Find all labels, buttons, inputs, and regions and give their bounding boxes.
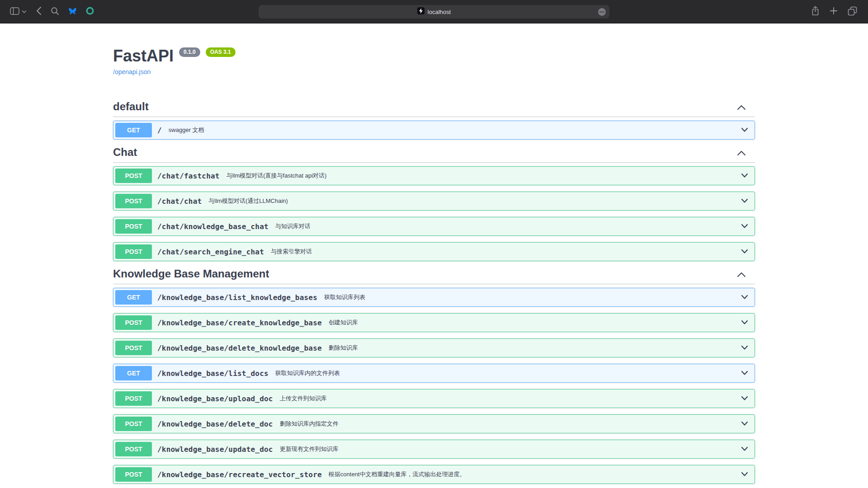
new-tab-button[interactable] — [830, 7, 838, 16]
operation-description: 创建知识库 — [329, 319, 358, 327]
method-badge: GET — [115, 123, 152, 137]
back-button[interactable] — [36, 6, 42, 17]
section-title: Knowledge Base Management — [113, 267, 269, 280]
operation-row[interactable]: POST /knowledge_base/upload_doc 上传文件到知识库 — [113, 389, 755, 408]
expand-operation-icon[interactable] — [741, 420, 748, 428]
operation-path: /knowledge_base/upload_doc — [157, 394, 273, 403]
operation-row[interactable]: GET / swagger 文档 — [113, 121, 755, 140]
section-header[interactable]: Chat — [113, 146, 755, 163]
operation-description: 删除知识库 — [329, 344, 358, 352]
method-badge: POST — [115, 315, 152, 330]
operation-row[interactable]: POST /knowledge_base/recreate_vector_sto… — [113, 465, 755, 484]
teal-ring-icon — [86, 7, 94, 16]
method-badge: POST — [115, 467, 152, 482]
operation-description: 更新现有文件到知识库 — [280, 445, 339, 453]
section-title: Chat — [113, 146, 137, 159]
method-badge: POST — [115, 442, 152, 456]
expand-operation-icon[interactable] — [741, 172, 748, 180]
operation-path: /knowledge_base/recreate_vector_store — [157, 470, 322, 479]
sidebar-menu-button[interactable] — [22, 8, 27, 15]
expand-operation-icon[interactable] — [741, 369, 748, 377]
sidebar-toggle-button[interactable] — [10, 7, 19, 16]
operation-description: swagger 文档 — [169, 126, 204, 134]
operation-description: 根据content中文档重建向量库，流式输出处理进度。 — [329, 470, 466, 479]
share-icon — [811, 6, 820, 17]
expand-operation-icon[interactable] — [741, 470, 748, 479]
operation-path: /chat/fastchat — [157, 172, 220, 180]
operation-row[interactable]: GET /knowledge_base/list_docs 获取知识库内的文件列… — [113, 364, 755, 383]
operation-path: /chat/chat — [157, 197, 202, 206]
back-arrow-icon — [36, 6, 42, 17]
expand-operation-icon[interactable] — [741, 445, 748, 453]
oas-badge: OAS 3.1 — [206, 47, 236, 57]
ellipsis-circle-icon — [598, 10, 606, 18]
section-header[interactable]: Knowledge Base Management — [113, 267, 755, 284]
butterfly-icon — [68, 7, 77, 16]
api-title-text: FastAPI — [113, 46, 174, 66]
collapse-section-icon[interactable] — [737, 146, 746, 159]
expand-operation-icon[interactable] — [741, 197, 748, 205]
operation-description: 获取知识库列表 — [324, 293, 365, 301]
operation-row[interactable]: POST /chat/search_engine_chat 与搜索引擎对话 — [113, 242, 755, 261]
operation-description: 删除知识库内指定文件 — [280, 420, 339, 428]
method-badge: POST — [115, 417, 152, 431]
api-title: FastAPI 0.1.0 OAS 3.1 — [113, 46, 755, 66]
operation-row[interactable]: GET /knowledge_base/list_knowledge_bases… — [113, 288, 755, 307]
operation-description: 与llm模型对话(通过LLMChain) — [208, 197, 288, 205]
operation-row[interactable]: POST /chat/chat 与llm模型对话(通过LLMChain) — [113, 192, 755, 211]
api-info: FastAPI 0.1.0 OAS 3.1 /openapi.json — [113, 46, 755, 76]
pinned-tab-blue[interactable] — [68, 7, 77, 16]
url-text: localhost — [428, 9, 451, 15]
expand-operation-icon[interactable] — [741, 293, 748, 301]
expand-operation-icon[interactable] — [741, 126, 748, 134]
operation-path: /knowledge_base/update_doc — [157, 445, 273, 454]
site-favicon — [417, 7, 425, 16]
swagger-page: FastAPI 0.1.0 OAS 3.1 /openapi.json defa… — [0, 46, 868, 484]
openapi-link[interactable]: /openapi.json — [113, 68, 151, 75]
plus-icon — [830, 7, 838, 16]
section-operations: GET /knowledge_base/list_knowledge_bases… — [113, 288, 755, 484]
operation-path: /knowledge_base/list_docs — [157, 369, 269, 378]
collapse-section-icon[interactable] — [737, 267, 746, 280]
operation-row[interactable]: POST /knowledge_base/delete_knowledge_ba… — [113, 338, 755, 357]
operation-description: 与llm模型对话(直接与fastchat api对话) — [226, 172, 327, 180]
pinned-tab-teal[interactable] — [86, 7, 94, 16]
section-header[interactable]: default — [113, 100, 755, 117]
operation-description: 上传文件到知识库 — [280, 394, 327, 403]
expand-operation-icon[interactable] — [741, 248, 748, 256]
operation-path: /chat/knowledge_base_chat — [157, 222, 269, 231]
version-badge: 0.1.0 — [179, 47, 200, 57]
tab-overview-button[interactable] — [848, 6, 857, 17]
search-icon — [51, 7, 59, 17]
method-badge: POST — [115, 169, 152, 183]
operation-path: /knowledge_base/create_knowledge_base — [157, 319, 322, 327]
expand-operation-icon[interactable] — [741, 222, 748, 230]
method-badge: POST — [115, 391, 152, 406]
sidebar-icon — [10, 7, 19, 16]
address-bar[interactable]: localhost — [259, 5, 609, 19]
operation-path: /knowledge_base/list_knowledge_bases — [157, 293, 317, 302]
share-button[interactable] — [811, 6, 820, 17]
operation-row[interactable]: POST /chat/knowledge_base_chat 与知识库对话 — [113, 217, 755, 236]
operation-row[interactable]: POST /chat/fastchat 与llm模型对话(直接与fastchat… — [113, 166, 755, 185]
section-title: default — [113, 100, 149, 113]
method-badge: POST — [115, 219, 152, 234]
operation-row[interactable]: POST /knowledge_base/update_doc 更新现有文件到知… — [113, 440, 755, 459]
method-badge: POST — [115, 341, 152, 355]
method-badge: POST — [115, 244, 152, 259]
collapse-section-icon[interactable] — [737, 100, 746, 113]
search-button[interactable] — [51, 7, 59, 17]
operation-description: 与搜索引擎对话 — [271, 248, 312, 256]
browser-toolbar: localhost — [0, 0, 868, 23]
tabs-icon — [848, 6, 857, 17]
section-operations: POST /chat/fastchat 与llm模型对话(直接与fastchat… — [113, 166, 755, 261]
api-section: Chat POST /chat/fastchat 与llm模型对话(直接与fas… — [113, 146, 755, 261]
operation-row[interactable]: POST /knowledge_base/create_knowledge_ba… — [113, 313, 755, 332]
page-options-button[interactable] — [598, 8, 606, 18]
expand-operation-icon[interactable] — [741, 344, 748, 352]
operation-row[interactable]: POST /knowledge_base/delete_doc 删除知识库内指定… — [113, 414, 755, 433]
expand-operation-icon[interactable] — [741, 319, 748, 327]
method-badge: POST — [115, 194, 152, 208]
method-badge: GET — [115, 366, 152, 380]
expand-operation-icon[interactable] — [741, 394, 748, 403]
